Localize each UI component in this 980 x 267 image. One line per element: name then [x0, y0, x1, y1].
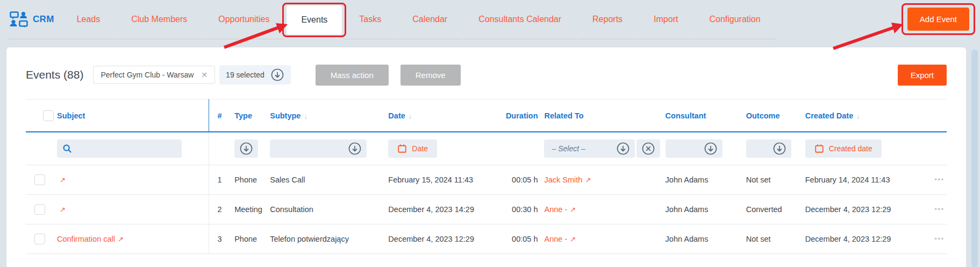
nav-item-import[interactable]: Import	[639, 0, 693, 39]
event-type: Meeting	[234, 195, 270, 224]
sort-down-icon: ↓	[304, 112, 307, 120]
row-checkbox[interactable]	[34, 174, 45, 185]
club-filter-chip-label: Perfect Gym Club - Warsaw	[101, 71, 194, 79]
external-link-icon[interactable]: ↗	[570, 235, 576, 243]
sort-down-icon: ↓	[409, 112, 412, 120]
add-event-button[interactable]: Add Event	[907, 8, 969, 31]
mass-action-button[interactable]: Mass action	[316, 65, 389, 86]
related-to-filter-clear-button[interactable]	[636, 139, 660, 158]
sort-down-icon: ↓	[856, 112, 860, 120]
event-duration: 00:30 h	[488, 195, 544, 224]
created-date: February 14, 2024 11:43	[805, 165, 915, 195]
select-all-checkbox[interactable]	[43, 110, 54, 121]
row-actions-menu[interactable]: •••	[915, 195, 947, 224]
remove-button[interactable]: Remove	[400, 65, 461, 86]
column-header-subject: Subject	[53, 100, 209, 132]
subject-search-field[interactable]	[77, 144, 176, 153]
nav-item-events[interactable]: Events	[287, 5, 342, 34]
external-link-icon[interactable]: ↗	[60, 206, 66, 214]
consultant-name: John Adams	[666, 224, 746, 254]
event-type: Phone	[234, 165, 270, 195]
toolbar: Events (88) Perfect Gym Club - Warsaw ✕ …	[26, 64, 947, 86]
selected-count-dropdown[interactable]: 19 selected	[219, 65, 291, 85]
chip-close-icon[interactable]: ✕	[201, 71, 208, 79]
nav-item-calendar[interactable]: Calendar	[397, 0, 462, 39]
crm-logo-icon	[10, 11, 28, 27]
external-link-icon[interactable]: ↗	[585, 176, 591, 184]
add-event-wrap: Add Event	[907, 8, 969, 31]
row-number: 3	[209, 224, 234, 254]
subtype-filter-dropdown[interactable]	[270, 139, 367, 158]
external-link-icon[interactable]: ↗	[570, 206, 576, 214]
event-date: December 4, 2023 12:29	[388, 224, 488, 254]
table-row: ↗ 2 Meeting Consultation December 4, 202…	[26, 195, 947, 224]
top-nav: CRM LeadsClub MembersOpportunitiesEvents…	[0, 0, 980, 39]
crm-logo-area: CRM	[8, 0, 62, 39]
brand-text: CRM	[33, 14, 54, 25]
nav-item-leads[interactable]: Leads	[62, 0, 116, 39]
subject-search-input[interactable]	[57, 139, 182, 158]
events-card: Events (88) Perfect Gym Club - Warsaw ✕ …	[6, 47, 966, 267]
created-date: December 4, 2023 12:29	[805, 224, 915, 254]
event-subtype: Sales Call	[270, 165, 388, 195]
nav-item-opportunities[interactable]: Opportunities	[203, 0, 284, 39]
nav-item-consultants-calendar[interactable]: Consultants Calendar	[463, 0, 576, 39]
created-date-filter-button[interactable]: Created date	[805, 139, 882, 158]
event-type: Phone	[234, 224, 270, 254]
outcome-filter-dropdown[interactable]	[746, 139, 791, 158]
related-to-link[interactable]: Anne -	[544, 205, 567, 214]
related-to-link[interactable]: Jack Smith	[544, 175, 582, 184]
chevron-down-circle-icon	[270, 68, 284, 82]
type-filter-dropdown[interactable]	[234, 139, 258, 158]
nav-item-reports[interactable]: Reports	[577, 0, 638, 39]
chevron-down-circle-icon	[704, 142, 718, 156]
row-number: 1	[209, 165, 234, 195]
created-date: December 4, 2023 12:29	[805, 195, 915, 224]
column-header-created-date[interactable]: Created Date↓	[805, 100, 915, 132]
table-header-row: Subject # Type Subtype↓ Date↓ Duration R…	[26, 100, 947, 132]
row-actions-menu[interactable]: •••	[915, 165, 947, 195]
event-outcome: Not set	[746, 165, 805, 195]
subject-link[interactable]: Confirmation call	[57, 235, 115, 243]
nav-item-tasks[interactable]: Tasks	[344, 0, 396, 39]
external-link-icon[interactable]: ↗	[118, 235, 124, 243]
chevron-down-circle-icon	[772, 142, 786, 156]
column-header-actions	[915, 100, 947, 132]
event-date: December 4, 2023 14:29	[388, 195, 488, 224]
nav-items: LeadsClub MembersOpportunitiesEvents Tas…	[62, 0, 777, 39]
date-filter-button[interactable]: Date	[388, 139, 437, 158]
calendar-icon	[397, 144, 407, 153]
chevron-down-circle-icon	[239, 142, 253, 156]
column-header-type: Type	[234, 100, 270, 132]
event-subtype: Telefon potwierdzający	[270, 224, 388, 254]
external-link-icon[interactable]: ↗	[60, 176, 66, 184]
row-actions-menu[interactable]: •••	[915, 224, 947, 254]
column-header-date[interactable]: Date↓	[388, 100, 488, 132]
export-button[interactable]: Export	[898, 65, 947, 86]
chevron-down-circle-icon	[616, 142, 630, 156]
vertical-scrollbar[interactable]	[971, 50, 978, 267]
row-checkbox[interactable]	[34, 204, 45, 215]
related-to-link[interactable]: Anne -	[544, 235, 567, 243]
event-outcome: Converted	[746, 195, 805, 224]
event-outcome: Not set	[746, 224, 805, 254]
filter-row: Date – Select –	[26, 132, 947, 165]
page-title: Events (88)	[26, 68, 83, 81]
event-date: February 15, 2024 11:43	[388, 165, 488, 195]
related-to-filter-select[interactable]: – Select –	[544, 139, 634, 158]
clear-x-circle-icon	[641, 142, 655, 156]
row-number: 2	[209, 195, 234, 224]
nav-item-configuration[interactable]: Configuration	[694, 0, 775, 39]
nav-item-club-members[interactable]: Club Members	[116, 0, 202, 39]
column-header-num: #	[209, 100, 234, 132]
column-header-subtype[interactable]: Subtype↓	[270, 100, 388, 132]
table-row: ↗ 1 Phone Sales Call February 15, 2024 1…	[26, 165, 947, 195]
column-header-outcome: Outcome	[746, 100, 805, 132]
events-table: Subject # Type Subtype↓ Date↓ Duration R…	[26, 99, 947, 254]
row-checkbox[interactable]	[34, 234, 45, 244]
column-header-related-to: Related To	[544, 100, 665, 132]
search-icon	[62, 144, 72, 153]
consultant-filter-dropdown[interactable]	[666, 139, 723, 158]
consultant-name: John Adams	[666, 195, 746, 224]
club-filter-chip[interactable]: Perfect Gym Club - Warsaw ✕	[93, 66, 215, 84]
